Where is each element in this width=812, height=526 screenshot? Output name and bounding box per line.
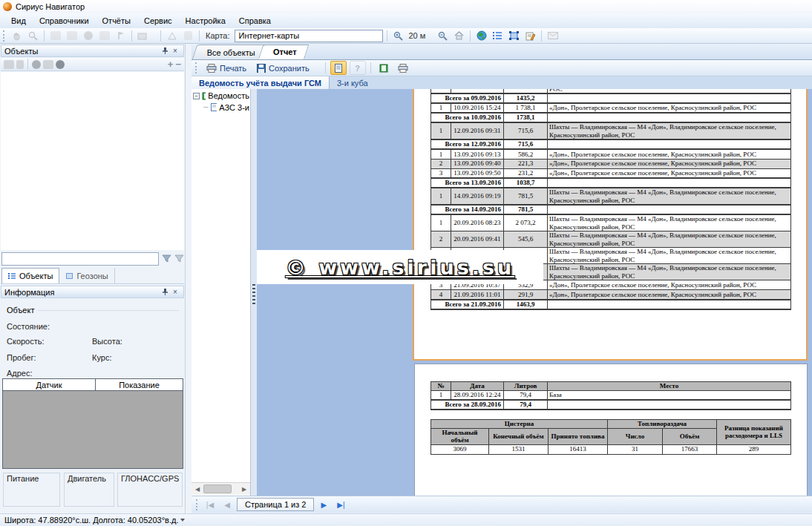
previous-page-button[interactable]: ◀ bbox=[220, 498, 235, 511]
ruler-icon[interactable] bbox=[165, 29, 179, 42]
report-notes-icon[interactable] bbox=[523, 29, 537, 42]
scrollbar-thumb[interactable] bbox=[203, 484, 232, 493]
engine-label: Двигатель bbox=[68, 474, 106, 483]
info-panel-header: Информация × bbox=[1, 286, 184, 298]
menu-item-servis[interactable]: Сервис bbox=[137, 15, 179, 27]
report-splitter[interactable] bbox=[251, 89, 257, 496]
tree-node-azs[interactable]: ┄ АЗС 3-и bbox=[203, 102, 249, 112]
toggle-parameters-button[interactable] bbox=[330, 61, 347, 75]
report-tree-pane: − Ведомость ┄ АЗС 3-и ◀ ▶ bbox=[191, 89, 251, 496]
objects-panel-header: Объекты × bbox=[1, 45, 184, 57]
vehicle-icon[interactable] bbox=[43, 60, 53, 69]
zoom-select-icon[interactable] bbox=[26, 29, 40, 42]
tab-all-objects[interactable]: Все объекты bbox=[192, 45, 267, 59]
tab-geozones[interactable]: Геозоны bbox=[59, 268, 114, 283]
map-combobox-value: Интернет-карты bbox=[239, 31, 300, 40]
report-table-row: 421.09.2016 11:01291,9«Дон», Пролетарско… bbox=[431, 290, 791, 300]
table-total-row: Всего за 28.09.2016 79,4 bbox=[431, 400, 791, 410]
reading-column-header: Показание bbox=[96, 379, 183, 390]
filter-icon[interactable] bbox=[162, 254, 171, 263]
clear-filter-icon[interactable] bbox=[174, 254, 184, 263]
watermark-text: © www.sirius.su bbox=[286, 256, 515, 279]
link-objects-icon[interactable] bbox=[16, 60, 24, 69]
menu-item-otchety[interactable]: Отчёты bbox=[96, 15, 137, 27]
menu-item-nastroyka[interactable]: Настройка bbox=[179, 15, 232, 27]
pan-hand-icon[interactable] bbox=[10, 29, 24, 42]
close-icon[interactable]: × bbox=[170, 287, 180, 297]
tree-horizontal-scrollbar[interactable]: ◀ ▶ bbox=[191, 482, 250, 495]
print-button[interactable]: Печать bbox=[203, 63, 250, 73]
map-edit-icon[interactable] bbox=[65, 29, 79, 42]
globe-map-icon[interactable] bbox=[474, 29, 488, 42]
next-page-button[interactable]: ▶ bbox=[316, 498, 331, 511]
tank-summary-table: Цистерна Топливораздача Разница показани… bbox=[430, 419, 791, 455]
pin-icon[interactable] bbox=[160, 287, 170, 297]
menu-item-vid[interactable]: Вид bbox=[4, 15, 33, 27]
status-dropdown-caret[interactable] bbox=[180, 519, 185, 522]
layers-folder-icon[interactable] bbox=[136, 29, 150, 42]
print-preview-button[interactable] bbox=[395, 61, 411, 75]
close-icon[interactable]: × bbox=[170, 46, 180, 56]
circle-zone-icon[interactable] bbox=[81, 29, 95, 42]
add-object-icon[interactable] bbox=[4, 60, 14, 69]
zoom-level-value[interactable]: 20 м bbox=[407, 31, 428, 40]
report-content: − Ведомость ┄ АЗС 3-и ◀ ▶ bbox=[191, 89, 812, 496]
collapse-node-icon[interactable]: − bbox=[193, 93, 200, 99]
height-label: Высота: bbox=[92, 337, 122, 346]
tank-values-row: 3069 1531 16413 31 17663 289 bbox=[431, 444, 791, 454]
objects-tree[interactable] bbox=[1, 72, 184, 250]
menu-item-spravochniki[interactable]: Справочники bbox=[33, 15, 96, 27]
report-table-row: 213.09.2016 09:40221,3«Дон», Пролетарско… bbox=[431, 159, 791, 168]
object-filter-input[interactable] bbox=[1, 252, 159, 266]
map-combobox[interactable]: Интернет-карты bbox=[235, 30, 383, 42]
scroll-left-icon[interactable]: ◀ bbox=[191, 483, 203, 495]
book-icon bbox=[379, 64, 388, 73]
last-page-button[interactable]: ▶| bbox=[333, 498, 348, 511]
tab-report[interactable]: Отчет bbox=[258, 45, 309, 59]
mileage-label: Пробег: bbox=[7, 353, 36, 362]
tab-3i-kuba[interactable]: 3-и куба bbox=[330, 76, 376, 89]
tab-fuel-report[interactable]: Ведомость учёта выдачи ГСМ bbox=[191, 76, 330, 89]
help-button[interactable]: ? bbox=[350, 61, 366, 75]
home-view-icon[interactable] bbox=[452, 29, 466, 42]
workspace-tab-strip: Все объекты Отчет bbox=[191, 44, 812, 60]
toolbar-separator bbox=[387, 30, 387, 42]
object-list-icon[interactable] bbox=[491, 29, 505, 42]
show-on-map-icon[interactable] bbox=[32, 60, 41, 69]
polygon-zone-icon[interactable] bbox=[97, 29, 111, 42]
report-table-row: 113.09.2016 09:13586,2«Дон», Пролетарско… bbox=[431, 149, 791, 159]
document-view[interactable]: РОСВсего за 09.09.20161435,2110.09.2016 … bbox=[257, 89, 812, 496]
report-table-row: Всего за 14.09.2016781,5 bbox=[431, 205, 791, 214]
speed-label: Скорость: bbox=[7, 337, 45, 346]
zoom-out-icon[interactable] bbox=[436, 29, 450, 42]
collapse-all-icon[interactable]: − bbox=[175, 60, 181, 69]
toolbar-grip[interactable] bbox=[196, 499, 199, 510]
book-view-button[interactable] bbox=[376, 61, 392, 75]
menu-bar: Вид Справочники Отчёты Сервис Настройка … bbox=[0, 13, 812, 28]
sensor-table: Датчик Показание bbox=[2, 378, 183, 469]
report-table-row: 220.09.2016 09:41545,6Шахты — Владимиров… bbox=[431, 231, 791, 248]
zoom-in-icon[interactable] bbox=[391, 29, 405, 42]
message-envelope-icon[interactable] bbox=[546, 29, 560, 42]
tree-node-vedomost[interactable]: − Ведомость bbox=[193, 91, 249, 100]
report-table-row: 110.09.2016 15:241 738,1«Дон», Пролетарс… bbox=[431, 103, 791, 113]
scroll-right-icon[interactable]: ▶ bbox=[238, 483, 250, 495]
menu-item-spravka[interactable]: Справка bbox=[232, 15, 278, 27]
state-label: Состояние: bbox=[7, 322, 50, 331]
application-window: Сириус Навигатор Вид Справочники Отчёты … bbox=[0, 0, 812, 526]
toolbar-grip[interactable] bbox=[3, 30, 6, 42]
tab-objects[interactable]: Объекты bbox=[1, 268, 59, 283]
expand-all-icon[interactable]: + bbox=[168, 60, 174, 69]
flag-icon[interactable] bbox=[114, 29, 128, 42]
report-document-tabs: Ведомость учёта выдачи ГСМ 3-и куба bbox=[191, 76, 812, 89]
first-page-button[interactable]: |◀ bbox=[203, 498, 217, 511]
map-track-icon[interactable] bbox=[48, 29, 62, 42]
sphere-icon[interactable] bbox=[56, 60, 65, 69]
save-button[interactable]: Сохранить bbox=[253, 63, 313, 73]
marker-stamp-icon[interactable] bbox=[181, 29, 195, 42]
toolbar-grip[interactable] bbox=[195, 62, 198, 73]
pin-icon[interactable] bbox=[160, 46, 170, 56]
geozone-tool-icon[interactable] bbox=[507, 29, 521, 42]
glonass-label: ГЛОНАСС/GPS bbox=[121, 474, 179, 483]
page-icon bbox=[211, 103, 217, 111]
